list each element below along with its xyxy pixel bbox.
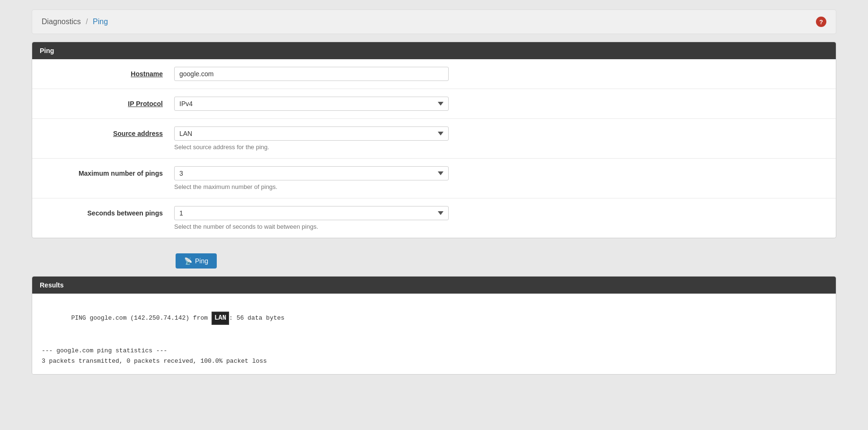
breadcrumb-bar: Diagnostics / Ping ?: [32, 9, 836, 34]
source-address-control: LAN WAN localhost Select source address …: [174, 126, 826, 151]
ip-protocol-label: IP Protocol: [42, 97, 174, 108]
breadcrumb: Diagnostics / Ping: [42, 18, 108, 26]
breadcrumb-current[interactable]: Ping: [93, 18, 108, 26]
ping-panel-body: Hostname IP Protocol IPv4 IPv6 Source ad…: [32, 59, 836, 238]
result-pre: PING google.com (142.250.74.142) from: [71, 314, 211, 322]
max-pings-control: 1 2 3 4 5 10 Select the maximum number o…: [174, 166, 826, 190]
result-lan-highlight: LAN: [212, 312, 229, 325]
results-line-2: [42, 335, 826, 346]
max-pings-select[interactable]: 1 2 3 4 5 10: [174, 166, 449, 180]
results-panel: Results PING google.com (142.250.74.142)…: [32, 276, 836, 375]
max-pings-label: Maximum number of pings: [42, 166, 174, 177]
seconds-between-hint: Select the number of seconds to wait bet…: [174, 223, 826, 230]
results-panel-header: Results: [32, 277, 836, 294]
max-pings-row: Maximum number of pings 1 2 3 4 5 10 Sel…: [32, 159, 836, 198]
hostname-label: Hostname: [42, 67, 174, 78]
ping-panel: Ping Hostname IP Protocol IPv4 IPv6: [32, 42, 836, 238]
hostname-row: Hostname: [32, 59, 836, 89]
seconds-between-select[interactable]: 1 2 3 5: [174, 206, 449, 220]
ip-protocol-control: IPv4 IPv6: [174, 97, 826, 111]
hostname-input[interactable]: [174, 67, 449, 81]
ip-protocol-select[interactable]: IPv4 IPv6: [174, 97, 449, 111]
max-pings-hint: Select the maximum number of pings.: [174, 183, 826, 190]
ping-button[interactable]: 📡 Ping: [176, 253, 217, 269]
results-line-1: PING google.com (142.250.74.142) from LA…: [42, 301, 826, 335]
breadcrumb-separator: /: [86, 18, 88, 26]
results-line-4: 3 packets transmitted, 0 packets receive…: [42, 356, 826, 367]
seconds-between-control: 1 2 3 5 Select the number of seconds to …: [174, 206, 826, 230]
ping-button-label: Ping: [195, 257, 208, 265]
result-post: : 56 data bytes: [229, 314, 284, 322]
breadcrumb-parent: Diagnostics: [42, 18, 81, 26]
seconds-between-row: Seconds between pings 1 2 3 5 Select the…: [32, 198, 836, 238]
source-address-hint: Select source address for the ping.: [174, 143, 826, 151]
hostname-control: [174, 67, 826, 81]
source-address-select[interactable]: LAN WAN localhost: [174, 126, 449, 141]
ip-protocol-row: IP Protocol IPv4 IPv6: [32, 89, 836, 119]
source-address-row: Source address LAN WAN localhost Select …: [32, 119, 836, 159]
button-area: 📡 Ping: [32, 246, 836, 276]
source-address-label: Source address: [42, 126, 174, 137]
results-line-3: --- google.com ping statistics ---: [42, 346, 826, 356]
ping-panel-header: Ping: [32, 42, 836, 59]
seconds-between-label: Seconds between pings: [42, 206, 174, 217]
wifi-icon: 📡: [184, 257, 192, 265]
help-icon[interactable]: ?: [816, 17, 826, 27]
results-body: PING google.com (142.250.74.142) from LA…: [32, 294, 836, 374]
